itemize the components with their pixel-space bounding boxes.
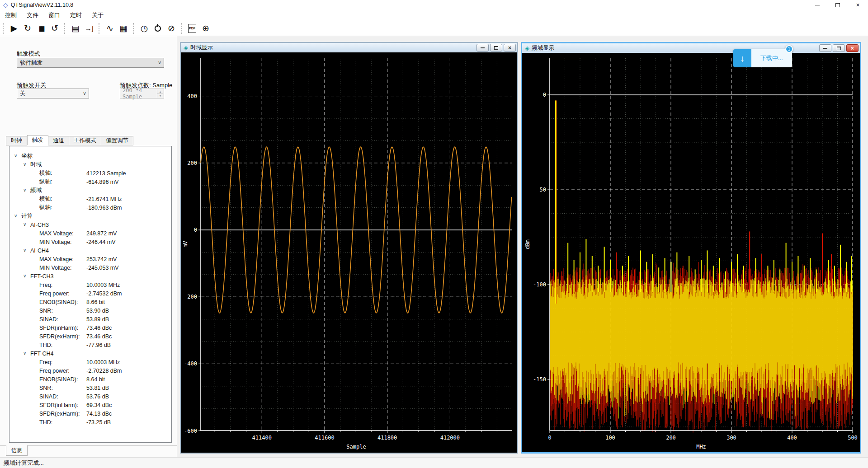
tree-row[interactable]: SFDR(inHarm):73.46 dBc (9, 323, 171, 332)
time-close-button[interactable]: × (504, 44, 516, 51)
tree-row[interactable]: Freq:10.0003 MHz (9, 358, 171, 366)
tab-3[interactable]: 工作模式 (69, 136, 101, 145)
tree-expander-icon[interactable]: ∨ (23, 351, 26, 356)
tree-row[interactable]: SINAD:53.76 dB (9, 392, 171, 401)
tab-2[interactable]: 通道 (48, 136, 69, 145)
menu-item-3[interactable]: 定时 (65, 10, 87, 21)
tree-row[interactable]: ∨FFT-CH4 (9, 349, 171, 358)
close-icon: × (508, 45, 511, 51)
svg-text:411600: 411600 (315, 435, 334, 441)
tab-0[interactable]: 时钟 (6, 136, 27, 145)
tree-row[interactable]: ∨频域 (9, 186, 171, 195)
freq-close-button[interactable]: × (846, 44, 859, 52)
svg-text:MHz: MHz (696, 444, 706, 450)
tree-item-label: AI-CH4 (30, 248, 49, 254)
tree-item-label: 时域 (30, 161, 42, 168)
menu-item-4[interactable]: 关于 (87, 10, 108, 21)
save-file-button[interactable]: ▤ (69, 22, 82, 35)
tree-item-label: Freq power: (39, 368, 70, 374)
time-window-titlebar[interactable]: ◈ 时域显示 × (181, 43, 517, 52)
tree-item-label: SFDR(inHarm): (39, 325, 78, 331)
tree-expander-icon[interactable]: ∨ (14, 213, 17, 218)
tree-row[interactable]: MAX Voltage:249.872 mV (9, 229, 171, 238)
tree-row[interactable]: ENOB(SINAD):8.64 bit (9, 375, 171, 384)
minimize-button[interactable] (807, 0, 827, 10)
tree-row[interactable]: ∨AI-CH4 (9, 246, 171, 255)
time-minimize-button[interactable] (476, 44, 489, 51)
tab-info[interactable]: 信息 (6, 445, 28, 456)
waveform-button[interactable]: ∿ (103, 22, 117, 35)
svg-text:400: 400 (787, 435, 797, 441)
pretrigger-switch-select[interactable]: 关 ∨ (17, 89, 89, 98)
tree-row[interactable]: Freq power:-2.70228 dBm (9, 366, 171, 375)
tree-row[interactable]: MIN Voltage:-245.053 mV (9, 263, 171, 272)
power-button[interactable] (151, 22, 165, 35)
tree-expander-icon[interactable]: ∨ (23, 162, 26, 167)
tree-item-label: 频域 (30, 187, 42, 194)
download-toast-text: 下载中... (751, 49, 792, 67)
minimize-icon (481, 47, 485, 48)
time-window-title: 时域显示 (190, 44, 213, 51)
tree-row[interactable]: ∨计算 (9, 212, 171, 220)
tree-row[interactable]: SFDR(exHarm):73.46 dBc (9, 332, 171, 341)
tree-row[interactable]: 纵轴:-614.896 mV (9, 178, 171, 186)
globe-button[interactable]: ⊕ (199, 22, 212, 35)
pdf-export-button[interactable]: PDF (185, 22, 199, 35)
tree-expander-icon[interactable]: ∨ (14, 153, 17, 158)
freq-minimize-button[interactable] (819, 44, 831, 52)
menu-item-1[interactable]: 文件 (22, 10, 43, 21)
tree-row[interactable]: 纵轴:-180.963 dBm (9, 203, 171, 212)
tree-row[interactable]: THD:-73.25 dB (9, 418, 171, 426)
undo-button[interactable]: ↺ (48, 22, 61, 35)
statusbar: 频域计算完成... (0, 457, 868, 468)
maximize-button[interactable] (827, 0, 848, 10)
tree-row[interactable]: ENOB(SINAD):8.66 bit (9, 298, 171, 306)
freq-restore-button[interactable] (833, 44, 845, 52)
pause-button[interactable]: ▮▮ (34, 22, 48, 35)
grid-view-button[interactable]: ▦ (117, 22, 130, 35)
pretrigger-points-spinner[interactable]: 200 *4 Sample ▲▼ (120, 89, 164, 98)
time-plot-area[interactable]: 4002000-200-400-600411400411600411800412… (181, 52, 517, 453)
tree-row[interactable]: ∨AI-CH3 (9, 220, 171, 229)
tree-row[interactable]: Freq power:-2.74532 dBm (9, 289, 171, 298)
tree-row[interactable]: 横轴:-21.6741 MHz (9, 195, 171, 203)
tree-expander-icon[interactable]: ∨ (23, 187, 26, 192)
loop-button[interactable]: ↻ (21, 22, 34, 35)
svg-text:-400: -400 (184, 360, 197, 367)
close-button[interactable]: × (848, 0, 868, 10)
tree-expander-icon[interactable]: ∨ (23, 248, 26, 253)
timer-off-button[interactable]: ⊘ (165, 22, 178, 35)
spinner-arrows[interactable]: ▲▼ (157, 89, 163, 98)
play-button[interactable]: ▶ (7, 22, 21, 35)
time-restore-button[interactable] (490, 44, 502, 51)
tree-expander-icon[interactable]: ∨ (23, 273, 26, 278)
tree-row[interactable]: SFDR(inHarm):69.34 dBc (9, 401, 171, 409)
freq-plot-area[interactable]: 0-50-100-1500100200300400500MHzdBm ↓ 下载中… (522, 53, 860, 452)
tree-row[interactable]: MAX Voltage:253.742 mV (9, 255, 171, 263)
tab-4[interactable]: 偏置调节 (101, 136, 133, 145)
tree-row[interactable]: 横轴:412213 Sample (9, 169, 171, 178)
tree-expander-icon[interactable]: ∨ (23, 222, 26, 227)
history-clock-button[interactable]: ◷ (137, 22, 151, 35)
tree-row[interactable]: SNR:53.81 dB (9, 384, 171, 392)
download-toast[interactable]: ↓ 下载中... 1 (733, 49, 792, 67)
tree-item-value: -21.6741 MHz (86, 196, 122, 202)
tree-item-value: 53.89 dB (86, 316, 109, 323)
tree-row[interactable]: MIN Voltage:-246.44 mV (9, 238, 171, 246)
tree-row[interactable]: SNR:53.90 dB (9, 306, 171, 315)
tab-1[interactable]: 触发 (27, 135, 48, 145)
tree-item-value: -246.44 mV (86, 239, 116, 245)
tree-item-label: SINAD: (39, 393, 58, 400)
menu-item-0[interactable]: 控制 (0, 10, 22, 21)
menu-item-2[interactable]: 窗口 (43, 10, 65, 21)
tree-row[interactable]: ∨FFT-CH3 (9, 272, 171, 281)
tree-row[interactable]: SFDR(exHarm):74.13 dBc (9, 409, 171, 418)
tree-row[interactable]: Freq:10.0003 MHz (9, 281, 171, 289)
tree-row[interactable]: ∨坐标 (9, 152, 171, 160)
export-button[interactable]: →] (82, 22, 96, 35)
freq-window-titlebar[interactable]: ◈ 频域显示 × (522, 43, 860, 53)
tree-row[interactable]: THD:-77.96 dB (9, 341, 171, 349)
tree-row[interactable]: SINAD:53.89 dB (9, 315, 171, 323)
trigger-mode-select[interactable]: 软件触发 ∨ (17, 58, 164, 68)
tree-row[interactable]: ∨时域 (9, 160, 171, 169)
